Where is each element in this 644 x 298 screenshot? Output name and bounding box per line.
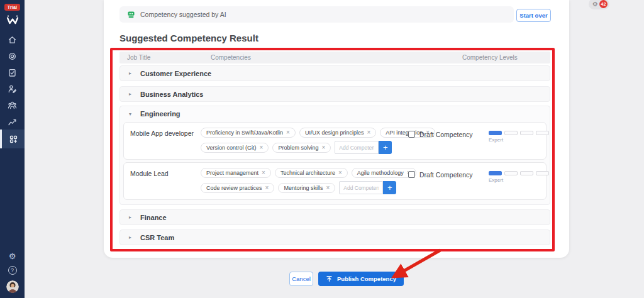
footer-actions: Cancel Publish Competency (289, 272, 404, 286)
sidebar: Trial (0, 0, 25, 298)
group-row-engineering[interactable]: ▾ Engineering (120, 106, 550, 121)
main-card: Competency suggested by AI Start over Su… (104, 0, 569, 258)
remove-tag-icon[interactable]: × (260, 145, 264, 151)
header-competencies: Competencies (211, 54, 462, 61)
chart-line-icon (8, 117, 17, 126)
level-label: Expert (489, 177, 549, 183)
draft-competency-checkbox[interactable] (408, 131, 415, 138)
sidebar-item-home[interactable] (0, 31, 25, 48)
help-icon[interactable]: ? (8, 266, 17, 275)
competency-tag: Version control (Git)× (201, 143, 269, 153)
add-competency-input[interactable] (339, 181, 383, 194)
notification-pill: ⚙ 42 (589, 0, 609, 9)
remove-tag-icon[interactable]: × (326, 185, 330, 191)
w-logo-icon (6, 15, 19, 25)
sidebar-item-goals[interactable] (0, 48, 25, 64)
job-title: Mobile App developer (130, 128, 201, 154)
level-segment (504, 171, 518, 175)
ai-robot-icon (127, 11, 135, 19)
sidebar-item-performance[interactable] (0, 80, 25, 97)
header-competency-levels: Competency Levels (462, 54, 550, 61)
draft-competency-label: Draft Competency (419, 131, 473, 138)
group-row-finance[interactable]: ▸ Finance (119, 209, 550, 225)
group-label: Engineering (140, 110, 180, 118)
competency-tag: Agile methodology× (352, 168, 416, 178)
group-label: CSR Team (140, 234, 174, 241)
page-title: Suggested Competency Result (119, 33, 258, 43)
remove-tag-icon[interactable]: × (286, 130, 290, 136)
team-icon (8, 101, 17, 110)
competency-tag: Proficiency in Swift/Java/Kotlin× (201, 128, 296, 138)
remove-tag-icon[interactable]: × (321, 145, 325, 151)
group-row-customer-experience[interactable]: ▸ Customer Experience (119, 65, 550, 81)
app-logo[interactable] (6, 14, 19, 26)
competency-level-bar[interactable] (489, 171, 549, 175)
level-label: Expert (489, 137, 549, 143)
notification-gear-icon[interactable]: ⚙ (592, 1, 598, 8)
job-title: Module Lead (130, 168, 201, 194)
sidebar-item-team[interactable] (0, 97, 25, 113)
group-label: Finance (140, 214, 167, 221)
remove-tag-icon[interactable]: × (265, 185, 269, 191)
job-row-mobile-app-developer: Mobile App developer Proficiency in Swif… (123, 122, 547, 160)
app-window: Trial (0, 0, 644, 298)
cancel-button[interactable]: Cancel (289, 272, 313, 286)
person-edit-icon (8, 84, 17, 94)
chevron-right-icon: ▸ (129, 91, 131, 97)
group-row-csr-team[interactable]: ▸ CSR Team (119, 229, 550, 245)
competency-level-bar[interactable] (489, 131, 549, 135)
start-over-button[interactable]: Start over (516, 9, 551, 22)
ai-banner-text: Competency suggested by AI (140, 11, 226, 18)
publish-icon (326, 275, 333, 282)
sidebar-item-analytics[interactable] (0, 113, 25, 130)
sidebar-nav (0, 31, 25, 148)
competency-tag: Problem solving× (272, 143, 331, 153)
chevron-down-icon: ▾ (129, 111, 131, 117)
add-competency-button[interactable]: + (379, 141, 392, 154)
chevron-right-icon: ▸ (129, 235, 131, 240)
sidebar-item-apps-active[interactable] (0, 130, 25, 148)
apps-grid-plus-icon (9, 135, 18, 144)
chevron-right-icon: ▸ (129, 214, 131, 220)
level-segment (536, 131, 549, 135)
remove-tag-icon[interactable]: × (367, 130, 370, 136)
level-segment (504, 131, 518, 135)
level-segment (536, 171, 549, 175)
ai-suggestion-banner: Competency suggested by AI (119, 6, 514, 23)
publish-competency-button[interactable]: Publish Competency (318, 272, 404, 286)
group-label: Customer Experience (140, 70, 211, 77)
level-segment (520, 171, 533, 175)
notification-count-badge: 42 (599, 0, 608, 8)
chevron-right-icon: ▸ (129, 70, 131, 76)
trial-badge: Trial (4, 4, 20, 11)
sidebar-item-tasks[interactable] (0, 64, 25, 80)
group-row-business-analytics[interactable]: ▸ Business Analytics (119, 86, 550, 102)
avatar-photo-icon (6, 280, 19, 293)
header-job-title: Job Title (127, 54, 211, 61)
competency-table: Job Title Competencies Competency Levels… (119, 52, 550, 63)
draft-competency-checkbox[interactable] (408, 171, 415, 178)
competency-tag: Mentoring skills× (278, 183, 335, 193)
remove-tag-icon[interactable]: × (262, 170, 265, 176)
group-engineering-expanded: ▾ Engineering Mobile App developer Profi… (119, 106, 550, 205)
group-label: Business Analytics (140, 91, 203, 98)
add-competency-button[interactable]: + (383, 181, 396, 194)
competency-tags: Project management× Technical architectu… (201, 168, 408, 194)
competency-tag: Code review practices× (201, 183, 274, 193)
target-icon (8, 52, 17, 61)
settings-icon[interactable]: ⚙ (9, 252, 16, 260)
job-row-module-lead: Module Lead Project management× Technica… (123, 162, 547, 200)
level-segment (489, 131, 502, 135)
table-header: Job Title Competencies Competency Levels (119, 52, 550, 63)
clipboard-check-icon (8, 68, 17, 77)
competency-tag: Project management× (201, 168, 271, 178)
draft-competency-label: Draft Competency (419, 171, 473, 179)
level-segment (489, 171, 502, 175)
add-competency-input[interactable] (335, 141, 379, 154)
home-icon (8, 35, 17, 45)
sidebar-bottom: ⚙ ? (0, 252, 25, 298)
level-segment (520, 131, 533, 135)
publish-button-label: Publish Competency (337, 275, 396, 282)
remove-tag-icon[interactable]: × (338, 170, 342, 176)
user-avatar[interactable] (6, 280, 19, 293)
